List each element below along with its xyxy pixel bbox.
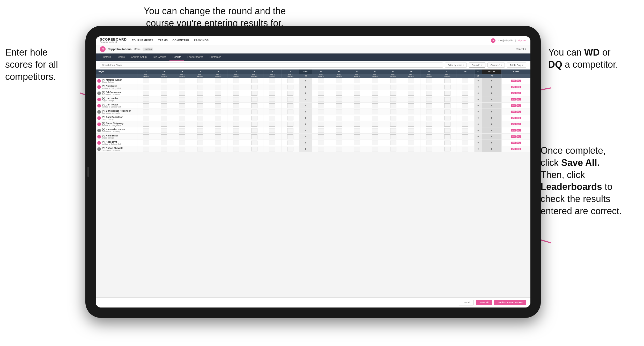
score-input-hole-7[interactable] bbox=[251, 110, 257, 114]
score-input-hole-10[interactable] bbox=[318, 91, 324, 96]
score-input-hole-17[interactable] bbox=[444, 79, 450, 83]
score-hole-11[interactable] bbox=[330, 103, 348, 109]
score-input-hole-18[interactable] bbox=[462, 134, 468, 139]
score-hole-17[interactable] bbox=[438, 84, 456, 90]
score-hole-1[interactable] bbox=[137, 103, 155, 109]
score-hole-5[interactable] bbox=[209, 103, 227, 109]
score-input-hole-17[interactable] bbox=[444, 103, 450, 108]
score-input-hole-2[interactable] bbox=[161, 103, 167, 108]
score-input-hole-11[interactable] bbox=[336, 97, 342, 102]
score-input-hole-9[interactable] bbox=[287, 116, 293, 120]
score-hole-1[interactable] bbox=[137, 78, 155, 84]
score-input-hole-7[interactable] bbox=[251, 91, 257, 96]
score-hole-13[interactable] bbox=[366, 96, 384, 103]
score-hole-10[interactable] bbox=[312, 103, 330, 109]
score-input-hole-4[interactable] bbox=[197, 141, 203, 145]
score-hole-14[interactable] bbox=[384, 140, 402, 146]
tab-leaderboards[interactable]: Leaderboards bbox=[184, 53, 206, 61]
score-input-hole-6[interactable] bbox=[233, 85, 239, 89]
score-hole-4[interactable] bbox=[191, 115, 209, 121]
score-input-hole-3[interactable] bbox=[179, 97, 185, 102]
nav-teams[interactable]: TEAMS bbox=[158, 39, 168, 42]
score-hole-15[interactable] bbox=[402, 140, 420, 146]
score-hole-3[interactable] bbox=[173, 103, 191, 109]
score-hole-16[interactable] bbox=[420, 121, 438, 127]
score-input-hole-12[interactable] bbox=[354, 79, 360, 83]
score-hole-9[interactable] bbox=[281, 121, 299, 127]
score-hole-1[interactable] bbox=[137, 134, 155, 140]
score-input-hole-6[interactable] bbox=[233, 147, 239, 151]
score-hole-10[interactable] bbox=[312, 78, 330, 84]
score-hole-3[interactable] bbox=[173, 140, 191, 146]
score-hole-11[interactable] bbox=[330, 109, 348, 115]
tab-course-setup[interactable]: Course Setup bbox=[128, 53, 150, 61]
score-hole-4[interactable] bbox=[191, 140, 209, 146]
score-input-hole-14[interactable] bbox=[390, 110, 396, 114]
score-hole-10[interactable] bbox=[312, 140, 330, 146]
score-input-hole-11[interactable] bbox=[336, 103, 342, 108]
score-hole-16[interactable] bbox=[420, 84, 438, 90]
score-hole-17[interactable] bbox=[438, 109, 456, 115]
score-hole-5[interactable] bbox=[209, 84, 227, 90]
score-input-hole-14[interactable] bbox=[390, 91, 396, 96]
score-hole-14[interactable] bbox=[384, 109, 402, 115]
score-input-hole-3[interactable] bbox=[179, 116, 185, 120]
wd-button[interactable]: WD bbox=[511, 104, 516, 107]
cancel-tournament-btn[interactable]: Cancel X bbox=[516, 48, 526, 51]
score-hole-8[interactable] bbox=[263, 121, 282, 127]
score-hole-12[interactable] bbox=[348, 127, 366, 134]
score-hole-13[interactable] bbox=[366, 103, 384, 109]
score-input-hole-3[interactable] bbox=[179, 134, 185, 139]
score-hole-4[interactable] bbox=[191, 146, 209, 152]
score-hole-7[interactable] bbox=[245, 78, 263, 84]
score-hole-8[interactable] bbox=[263, 140, 282, 146]
course-selector-btn[interactable]: Course A ▾ bbox=[487, 63, 505, 68]
score-input-hole-13[interactable] bbox=[372, 141, 378, 145]
score-hole-14[interactable] bbox=[384, 78, 402, 84]
score-input-hole-14[interactable] bbox=[390, 85, 396, 89]
score-input-hole-3[interactable] bbox=[179, 103, 185, 108]
score-hole-16[interactable] bbox=[420, 127, 438, 134]
score-input-hole-12[interactable] bbox=[354, 103, 360, 108]
score-input-hole-13[interactable] bbox=[372, 128, 378, 133]
score-input-hole-3[interactable] bbox=[179, 79, 185, 83]
score-input-hole-7[interactable] bbox=[251, 141, 257, 145]
totals-only-btn[interactable]: Totals Only ▾ bbox=[507, 63, 526, 68]
score-input-hole-15[interactable] bbox=[408, 91, 414, 96]
score-input-hole-8[interactable] bbox=[269, 79, 275, 83]
score-hole-5[interactable] bbox=[209, 127, 227, 134]
score-hole-18[interactable] bbox=[456, 78, 474, 84]
score-hole-18[interactable] bbox=[456, 96, 474, 103]
score-hole-6[interactable] bbox=[227, 109, 245, 115]
score-input-hole-1[interactable] bbox=[143, 110, 149, 114]
nav-committee[interactable]: COMMITTEE bbox=[173, 39, 189, 42]
score-hole-16[interactable] bbox=[420, 146, 438, 152]
score-hole-16[interactable] bbox=[420, 96, 438, 103]
score-input-hole-16[interactable] bbox=[426, 116, 432, 120]
score-input-hole-17[interactable] bbox=[444, 147, 450, 151]
score-input-hole-12[interactable] bbox=[354, 110, 360, 114]
score-input-hole-2[interactable] bbox=[161, 128, 167, 133]
score-hole-13[interactable] bbox=[366, 78, 384, 84]
score-hole-6[interactable] bbox=[227, 115, 245, 121]
tab-tee-groups[interactable]: Tee Groups bbox=[150, 53, 169, 61]
score-input-hole-13[interactable] bbox=[372, 122, 378, 127]
score-input-hole-2[interactable] bbox=[161, 97, 167, 102]
score-input-hole-15[interactable] bbox=[408, 85, 414, 89]
score-input-hole-4[interactable] bbox=[197, 147, 203, 151]
score-hole-15[interactable] bbox=[402, 134, 420, 140]
score-input-hole-16[interactable] bbox=[426, 110, 432, 114]
score-hole-8[interactable] bbox=[263, 134, 282, 140]
score-input-hole-3[interactable] bbox=[179, 122, 185, 127]
score-input-hole-1[interactable] bbox=[143, 141, 149, 145]
score-hole-11[interactable] bbox=[330, 146, 348, 152]
score-hole-3[interactable] bbox=[173, 84, 191, 90]
score-input-hole-13[interactable] bbox=[372, 134, 378, 139]
score-input-hole-11[interactable] bbox=[336, 91, 342, 96]
score-hole-12[interactable] bbox=[348, 96, 366, 103]
score-hole-8[interactable] bbox=[263, 90, 282, 96]
score-input-hole-2[interactable] bbox=[161, 85, 167, 89]
score-hole-8[interactable] bbox=[263, 84, 282, 90]
score-input-hole-12[interactable] bbox=[354, 116, 360, 120]
score-hole-3[interactable] bbox=[173, 121, 191, 127]
